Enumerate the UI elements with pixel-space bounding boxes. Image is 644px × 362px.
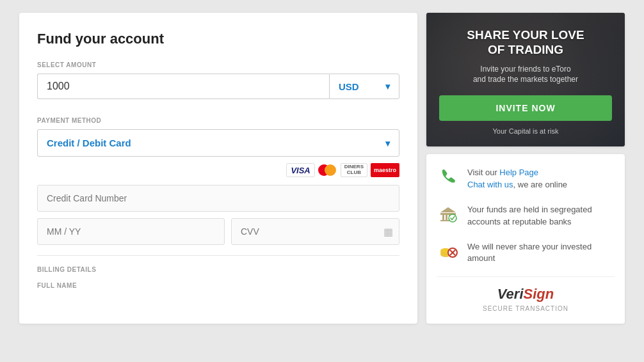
secure-transaction-label: SECURE TRANSACTION [437, 305, 615, 312]
currency-value: USD [339, 81, 359, 92]
svg-rect-1 [442, 215, 444, 220]
left-panel: Fund your account SELECT AMOUNT USD ▾ PA… [19, 13, 417, 324]
visa-logo: VISA [286, 163, 314, 177]
verisign-logo: VeriSign [437, 286, 615, 303]
billing-section: BILLING DETAILS FULL NAME [37, 255, 399, 289]
info-item-bank: Your funds are held in segregated accoun… [437, 203, 615, 228]
capital-risk-text: Your Capital is at risk [439, 127, 612, 135]
cvv-wrapper: ▦ [231, 218, 399, 245]
amount-row: USD ▾ [37, 74, 399, 99]
page-title: Fund your account [37, 31, 399, 47]
chevron-down-icon: ▾ [385, 81, 390, 91]
svg-point-7 [449, 214, 456, 222]
info-item-help: Visit our Help Page Chat with us, we are… [437, 166, 615, 191]
diners-logo: DINERSCLUB [341, 163, 367, 177]
chevron-down-icon: ▾ [385, 138, 390, 148]
payment-method-label: PAYMENT METHOD [37, 117, 399, 124]
info-text-help: Visit our Help Page Chat with us, we are… [467, 166, 567, 191]
payment-method-value: Credit / Debit Card [47, 138, 131, 148]
maestro-logo: maestro [371, 163, 399, 177]
invite-banner: SHARE YOUR LOVEOF TRADING Invite your fr… [426, 13, 625, 146]
amount-input[interactable] [37, 74, 329, 99]
bank-icon [437, 203, 460, 226]
invite-now-button[interactable]: INVITE NOW [439, 95, 612, 121]
chat-with-us-link[interactable]: Chat with us [467, 180, 513, 189]
phone-icon [437, 166, 460, 189]
card-number-input[interactable] [37, 185, 399, 212]
help-page-link[interactable]: Help Page [499, 168, 538, 177]
payment-section: PAYMENT METHOD Credit / Debit Card ▾ VIS… [37, 117, 399, 245]
right-panel: SHARE YOUR LOVEOF TRADING Invite your fr… [426, 13, 625, 324]
card-logos: VISA DINERSCLUB maestro [37, 163, 399, 177]
full-name-label: FULL NAME [37, 282, 399, 289]
svg-marker-6 [440, 207, 456, 212]
invite-title: SHARE YOUR LOVEOF TRADING [439, 28, 612, 58]
coins-icon [437, 240, 460, 263]
info-item-privacy: We will never share your invested amount [437, 240, 615, 265]
info-card: Visit our Help Page Chat with us, we are… [426, 154, 625, 324]
payment-method-dropdown[interactable]: Credit / Debit Card ▾ [37, 129, 399, 157]
verisign-section: VeriSign SECURE TRANSACTION [437, 276, 615, 312]
card-exp-cvv-row: ▦ [37, 218, 399, 245]
invite-subtitle: Invite your friends to eToroand trade th… [439, 64, 612, 86]
page-wrapper: Fund your account SELECT AMOUNT USD ▾ PA… [6, 6, 638, 330]
mastercard-logo [318, 164, 337, 177]
billing-label: BILLING DETAILS [37, 266, 399, 273]
currency-select[interactable]: USD ▾ [329, 74, 399, 99]
cvv-input[interactable] [231, 218, 399, 245]
invite-content: SHARE YOUR LOVEOF TRADING Invite your fr… [439, 28, 612, 135]
info-text-privacy: We will never share your invested amount [467, 240, 615, 265]
svg-rect-2 [446, 215, 447, 220]
expiry-input[interactable] [37, 218, 225, 245]
info-text-bank: Your funds are held in segregated accoun… [467, 203, 615, 228]
cvv-icon: ▦ [383, 226, 393, 238]
select-amount-label: SELECT AMOUNT [37, 61, 399, 68]
